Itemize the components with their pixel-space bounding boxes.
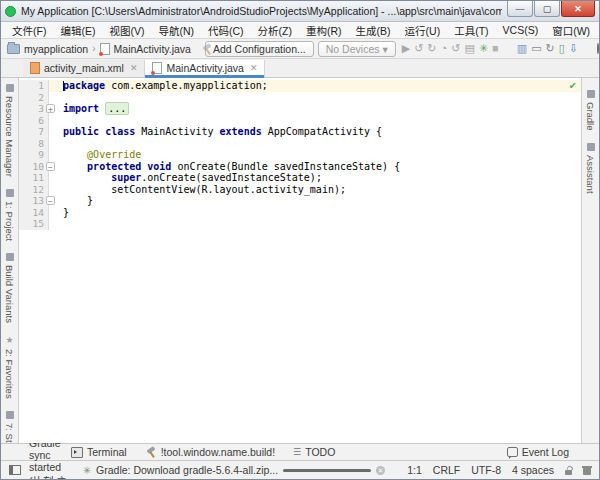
toolwindow-button-event-log[interactable]: Event Log — [507, 446, 569, 458]
coverage-icon[interactable]: ▤ — [462, 43, 476, 54]
toolwindow-button-resource-manager[interactable]: Resource Manager — [4, 78, 15, 183]
code-text — [49, 138, 63, 150]
title-bar[interactable]: My Application [C:\Users\Administrator\A… — [1, 1, 599, 22]
code-line[interactable]: 1package com.example.myapplication; — [19, 80, 581, 92]
code-token: .onCreate(savedInstanceState); — [141, 172, 322, 183]
toolwindow-label: 2: Favorites — [4, 349, 15, 399]
app-icon — [5, 6, 16, 17]
fold-collapse-icon[interactable]: − — [46, 162, 55, 171]
menu-item[interactable]: 工具(T) — [447, 23, 495, 38]
breadcrumb-file[interactable]: MainActivity.java — [114, 43, 191, 55]
menu-item[interactable]: 窗口(W) — [545, 23, 597, 38]
minimize-button[interactable]: — — [507, 1, 533, 17]
device-manager-icon[interactable]: ▯ — [557, 43, 567, 54]
code-line[interactable]: 2 — [19, 92, 581, 104]
code-line[interactable]: 8 — [19, 138, 581, 150]
indent-style[interactable]: 4 spaces — [512, 464, 554, 476]
code-editor[interactable]: 1package com.example.myapplication;23+im… — [19, 78, 581, 443]
file-encoding[interactable]: UTF-8 — [471, 464, 501, 476]
stop-icon[interactable]: ■ — [490, 43, 501, 54]
code-line[interactable]: 9 @Override — [19, 149, 581, 161]
sdk-manager-icon[interactable]: ⇩ — [567, 43, 580, 54]
run-icon[interactable]: ▶ — [400, 43, 412, 54]
breadcrumb-project[interactable]: myapplication — [24, 43, 88, 55]
code-token: super — [111, 172, 141, 183]
task-label[interactable]: Gradle: Download gradle-5.6.4-all.zip... — [96, 464, 278, 476]
close-button[interactable]: ✕ — [561, 1, 595, 17]
search-icon[interactable] — [597, 43, 599, 54]
code-text: } — [49, 195, 93, 207]
spinner-icon: ✳ — [83, 465, 91, 476]
fold-expand-icon[interactable]: + — [46, 104, 55, 113]
rerun-icon[interactable]: ↺ — [449, 43, 462, 54]
debug-icon[interactable]: ✳ — [477, 43, 490, 54]
toolwindow-button-todo[interactable]: ☰TODO — [293, 446, 335, 458]
menu-item[interactable]: 重构(R) — [299, 23, 349, 38]
run-actions-group: ▶↺↻◔↺▤✳■ — [400, 43, 501, 54]
inspection-status-icon[interactable]: ✔ — [569, 79, 576, 92]
sync-gradle-icon[interactable]: ↻ — [544, 43, 557, 54]
code-token: extends — [220, 126, 262, 137]
menu-item[interactable]: 编辑(E) — [53, 23, 102, 38]
toolwindow-toggle-icon[interactable] — [9, 465, 21, 475]
code-line[interactable]: 15 — [19, 218, 581, 230]
toolwindow-button-2-favorites[interactable]: ★2: Favorites — [4, 329, 15, 405]
code-line[interactable]: 3+import ... — [19, 103, 581, 115]
editor-tab-bar: activity_main.xml✕MainActivity.java✕ — [1, 59, 599, 78]
emulator-icon[interactable]: ▭ — [529, 43, 543, 54]
apply-changes-icon[interactable]: ↺ — [412, 43, 425, 54]
toolwindow-button-assistant[interactable]: Assistant — [585, 137, 596, 200]
code-line[interactable]: 10− protected void onCreate(Bundle saved… — [19, 161, 581, 173]
code-line[interactable]: 11 super.onCreate(savedInstanceState); — [19, 172, 581, 184]
code-token: protected void — [87, 161, 171, 172]
tab-activity-main-xml[interactable]: activity_main.xml✕ — [23, 60, 145, 77]
add-configuration-button[interactable]: Add Configuration... — [205, 41, 314, 57]
code-token — [63, 161, 87, 172]
menu-item[interactable]: 文件(F) — [5, 23, 53, 38]
trash-icon[interactable] — [583, 468, 591, 475]
toolwindow-label: Assistant — [585, 155, 596, 194]
readonly-lock-icon[interactable] — [565, 470, 572, 475]
code-line[interactable]: 13− } — [19, 195, 581, 207]
line-number: 1 — [19, 80, 49, 92]
code-line[interactable]: 7public class MainActivity extends AppCo… — [19, 126, 581, 138]
line-number: 10− — [19, 161, 49, 173]
maximize-button[interactable]: ▢ — [534, 1, 560, 17]
device-file-explorer-icon[interactable]: ▥ — [515, 43, 529, 54]
apply-code-changes-icon[interactable]: ↻ — [425, 43, 438, 54]
menu-item[interactable]: 运行(U) — [398, 23, 448, 38]
menu-item[interactable]: 视图(V) — [102, 23, 151, 38]
caret-position[interactable]: 1:1 — [407, 464, 422, 476]
status-bar: Gradle sync started (片刻 之前) ✳ Gradle: Do… — [1, 460, 599, 479]
code-line[interactable]: 14} — [19, 207, 581, 219]
line-separator[interactable]: CRLF — [433, 464, 460, 476]
toolwindow-label: Event Log — [522, 446, 569, 458]
tab-mainactivity-java[interactable]: MainActivity.java✕ — [145, 60, 265, 77]
menu-item[interactable]: 导航(N) — [151, 23, 201, 38]
toolwindow-button-tool-window-name-build[interactable]: !tool.window.name.build! — [145, 446, 275, 458]
code-text — [49, 115, 63, 127]
tab-close-icon[interactable]: ✕ — [250, 63, 258, 73]
sync-status-text[interactable]: Gradle sync started (片刻 之前) — [29, 437, 75, 480]
toolwindow-button-build-variants[interactable]: Build Variants — [4, 247, 15, 329]
line-number: 6 — [19, 115, 49, 127]
toolwindow-button-terminal[interactable]: Terminal — [71, 446, 127, 458]
code-line[interactable]: 12 setContentView(R.layout.activity_main… — [19, 184, 581, 196]
profile-icon[interactable]: ◔ — [439, 43, 450, 54]
tab-close-icon[interactable]: ✕ — [130, 63, 138, 73]
line-number: 13− — [19, 195, 49, 207]
menu-item[interactable]: 生成(B) — [349, 23, 398, 38]
toolwindow-button-1-project[interactable]: 1: Project — [4, 183, 15, 247]
status-widgets: 1:1 CRLF UTF-8 4 spaces — [407, 464, 591, 476]
device-selector-dropdown[interactable]: No Devices ▾ — [318, 41, 396, 57]
code-line[interactable]: 6 — [19, 115, 581, 127]
code-text: } — [49, 207, 69, 219]
project-icon — [6, 189, 14, 197]
menu-item[interactable]: VCS(S) — [496, 24, 546, 36]
menu-item[interactable]: 代码(C) — [201, 23, 251, 38]
fold-collapse-icon[interactable]: − — [46, 196, 55, 205]
code-token: package — [63, 80, 105, 91]
menu-item[interactable]: 分析(Z) — [251, 23, 299, 38]
cancel-task-icon[interactable]: ✕ — [376, 466, 385, 475]
toolwindow-button-gradle[interactable]: Gradle — [585, 84, 596, 137]
